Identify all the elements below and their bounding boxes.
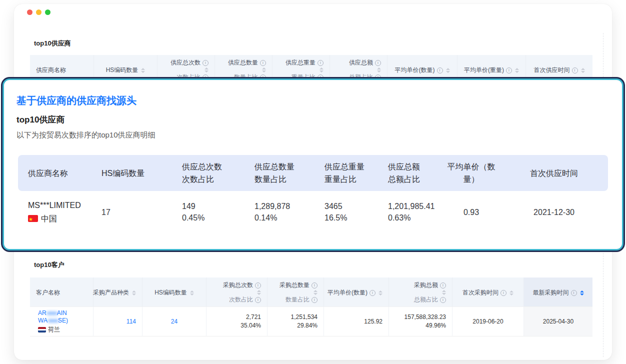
header-sort-row (439, 290, 446, 296)
info-icon[interactable]: i (375, 60, 381, 66)
sort-caret-icon (442, 290, 446, 295)
column-label: 供应总次数 (170, 58, 200, 67)
header-sort-row (259, 67, 266, 73)
sort-ascend-icon (377, 68, 381, 70)
info-icon[interactable]: i (260, 60, 266, 66)
sort-descend-icon (510, 294, 514, 296)
column-label: 平均单价（数量） (442, 160, 500, 186)
header-sort-row (316, 67, 324, 73)
name-segment: AIN (57, 310, 67, 316)
table-cell[interactable]: 114 (94, 307, 142, 336)
sort-descend-icon (262, 70, 266, 72)
sort-caret-icon (378, 290, 382, 296)
overlay-title: 基于供应商的供应商找源头 (16, 94, 136, 108)
column-header[interactable]: 首次采购时间i (452, 278, 524, 306)
column-label: 数量占比 (254, 173, 286, 186)
table-cell[interactable]: 24 (142, 307, 206, 336)
column-label: 首次供应时间 (530, 167, 578, 180)
country-row: 荷兰 (38, 326, 60, 334)
customer-name-cell[interactable]: AR●●●●AINWA●●●●SE)荷兰 (30, 307, 94, 336)
column-header[interactable]: HS编码数量 (142, 278, 206, 306)
sort-descend-icon (320, 70, 324, 72)
cell-value: 1,289,878 (254, 200, 290, 212)
sort-ascend-icon (442, 290, 446, 292)
sort-ascend-icon (378, 290, 382, 292)
sort-descend-icon (314, 293, 318, 295)
column-header: 客户名称 (30, 278, 94, 306)
info-icon[interactable]: i (506, 68, 512, 74)
cell-value: 24 (171, 318, 178, 326)
info-icon[interactable]: i (440, 282, 446, 288)
name-segment: ●●●● (46, 310, 57, 316)
column-header[interactable]: 采购总额i总额占比i (389, 278, 452, 306)
cell-value: 149 (182, 200, 196, 212)
column-label: 供应总重量 (324, 160, 364, 173)
info-icon[interactable]: i (318, 60, 324, 66)
sort-caret-icon (257, 290, 261, 295)
info-icon[interactable]: i (500, 290, 506, 296)
cell-value: 2019-06-20 (472, 318, 503, 326)
overlay-description: 以下为按贸易次数排序的top10供应商明细 (16, 130, 156, 140)
column-label: 平均单价(重量) (464, 66, 504, 74)
column-header[interactable]: 平均单价(数量)i (324, 278, 389, 306)
table-cell: 125.92 (324, 307, 389, 336)
supplier-name: MS***LIMITED (28, 200, 81, 211)
info-icon[interactable]: i (437, 68, 443, 74)
column-header[interactable]: 最新采购时间i (524, 278, 592, 306)
header-label-row: 供应总额i (349, 58, 381, 67)
close-button[interactable] (27, 10, 32, 15)
customer-name-line: WA●●●●SE) (38, 317, 68, 324)
overlay-column-header: 供应总次数次数占比 (175, 155, 248, 191)
sort-ascend-icon (581, 68, 585, 70)
column-header[interactable]: 采购产品种类 (94, 278, 142, 306)
header-label-row: 首次采购时间i (458, 281, 518, 304)
info-icon[interactable]: i (202, 60, 208, 66)
column-label: 采购总数量 (280, 281, 310, 290)
info-icon[interactable]: i (440, 297, 446, 303)
screen: top10供应商 供应商名称HS编码数量供应总次数i次数占比i供应总数量i数量占… (0, 0, 626, 364)
supplier-name-cell: MS***LIMITED中国 (18, 194, 95, 230)
zoom-button[interactable] (45, 10, 50, 15)
overlay-table-cell: 1,201,985.410.63% (381, 194, 442, 230)
sort-caret-icon (262, 68, 266, 72)
column-header[interactable]: 采购总次数i次数占比i (206, 278, 268, 306)
sort-caret-icon (580, 290, 584, 296)
column-label: 供应总数量 (254, 160, 294, 173)
info-icon[interactable]: i (370, 290, 376, 296)
netherlands-flag-icon (38, 327, 46, 332)
name-segment: WA (38, 317, 48, 324)
minimize-button[interactable] (36, 10, 42, 15)
column-label: 采购总次数 (223, 281, 253, 290)
column-label: 首次供应时间 (534, 66, 570, 74)
table-cell: 2019-06-20 (452, 307, 524, 336)
column-label: 最新采购时间 (533, 288, 569, 297)
column-label: 供应总次数 (182, 160, 222, 173)
column-label: 供应总额 (388, 160, 420, 173)
info-icon[interactable]: i (572, 68, 578, 74)
sort-ascend-icon (132, 290, 136, 292)
column-label: 供应商名称 (36, 66, 66, 74)
overlay-table-cell: 0.93 (442, 194, 500, 230)
info-icon[interactable]: i (255, 282, 261, 288)
sort-descend-icon (581, 71, 585, 73)
name-segment: ●●●● (48, 317, 58, 324)
window-controls (27, 10, 50, 15)
suppliers-section-title: top10供应商 (34, 39, 71, 48)
info-icon[interactable]: i (312, 282, 318, 288)
cell-value: 0.14% (254, 212, 277, 224)
cell-value: 0.63% (388, 212, 410, 224)
info-icon[interactable]: i (312, 297, 318, 303)
column-label: HS编码数量 (154, 288, 187, 297)
info-icon[interactable]: i (255, 297, 261, 303)
header-label-row: 最新采购时间i (530, 281, 586, 304)
overlay-column-header: 首次供应时间 (500, 155, 608, 191)
sort-descend-icon (141, 71, 145, 73)
overlay-section-title: top10供应商 (16, 114, 64, 126)
column-label: 总额占比 (388, 173, 420, 186)
column-header[interactable]: 采购总数量i数量占比i (268, 278, 324, 306)
sort-caret-icon (320, 68, 324, 72)
header-label-row: 采购产品种类 (100, 281, 136, 304)
cell-value: 114 (126, 318, 136, 326)
info-icon[interactable]: i (571, 290, 577, 296)
overlay-table-header: 供应商名称HS编码数量供应总次数次数占比供应总数量数量占比供应总重量重量占比供应… (18, 155, 608, 191)
